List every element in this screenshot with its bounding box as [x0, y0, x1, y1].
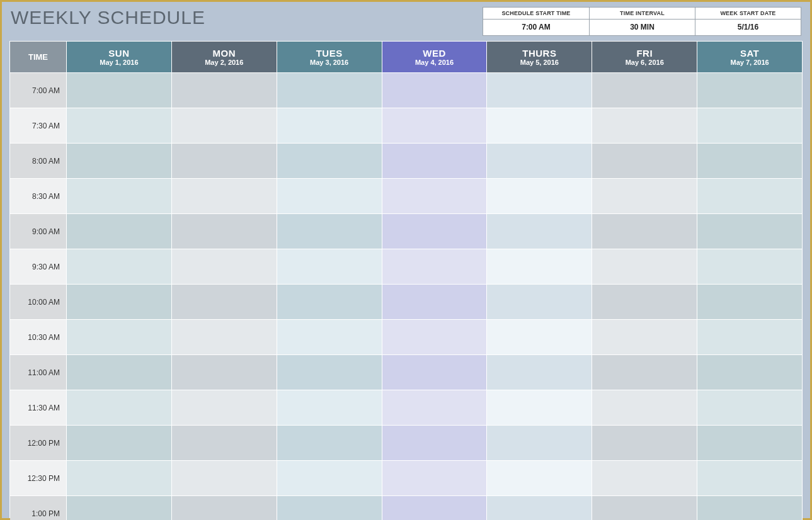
schedule-cell[interactable] [487, 496, 592, 520]
schedule-cell[interactable] [592, 390, 697, 426]
schedule-cell[interactable] [382, 496, 488, 520]
schedule-cell[interactable] [67, 496, 172, 520]
schedule-cell[interactable] [592, 355, 697, 390]
schedule-cell[interactable] [67, 108, 172, 144]
schedule-cell[interactable] [67, 144, 172, 179]
schedule-cell[interactable] [487, 461, 592, 496]
schedule-cell[interactable] [382, 108, 488, 144]
schedule-cell[interactable] [67, 249, 172, 285]
schedule-cell[interactable] [487, 144, 592, 179]
schedule-cell[interactable] [67, 285, 172, 320]
meta-start-time-value[interactable]: 7:00 AM [483, 20, 589, 35]
schedule-cell[interactable] [172, 390, 277, 426]
schedule-cell[interactable] [487, 214, 592, 249]
schedule-cell[interactable] [277, 496, 382, 520]
schedule-cell[interactable] [697, 355, 803, 390]
schedule-cell[interactable] [67, 320, 172, 355]
schedule-cell[interactable] [67, 73, 172, 108]
schedule-cell[interactable] [487, 355, 592, 390]
schedule-cell[interactable] [382, 249, 488, 285]
schedule-cell[interactable] [67, 214, 172, 249]
schedule-cell[interactable] [277, 144, 382, 179]
schedule-cell[interactable] [277, 108, 382, 144]
schedule-cell[interactable] [277, 390, 382, 426]
schedule-cell[interactable] [382, 214, 488, 249]
schedule-cell[interactable] [592, 108, 697, 144]
schedule-cell[interactable] [277, 73, 382, 108]
schedule-cell[interactable] [172, 214, 277, 249]
schedule-cell[interactable] [382, 179, 488, 214]
schedule-cell[interactable] [697, 108, 803, 144]
schedule-cell[interactable] [172, 108, 277, 144]
day-name: WED [423, 48, 446, 59]
schedule-cell[interactable] [697, 249, 803, 285]
schedule-cell[interactable] [697, 73, 803, 108]
schedule-cell[interactable] [67, 179, 172, 214]
schedule-cell[interactable] [487, 179, 592, 214]
schedule-cell[interactable] [172, 73, 277, 108]
schedule-cell[interactable] [277, 179, 382, 214]
schedule-cell[interactable] [487, 73, 592, 108]
schedule-cell[interactable] [697, 285, 803, 320]
title-bar: WEEKLY SCHEDULE SCHEDULE START TIME 7:00… [2, 2, 810, 37]
meta-week-start-value[interactable]: 5/1/16 [695, 20, 801, 35]
schedule-cell[interactable] [697, 390, 803, 426]
schedule-cell[interactable] [382, 285, 488, 320]
schedule-cell[interactable] [172, 461, 277, 496]
schedule-cell[interactable] [172, 496, 277, 520]
schedule-cell[interactable] [592, 285, 697, 320]
time-row: 10:00 AM [10, 285, 803, 320]
schedule-cell[interactable] [697, 214, 803, 249]
schedule-cell[interactable] [67, 426, 172, 461]
schedule-cell[interactable] [592, 426, 697, 461]
schedule-cell[interactable] [382, 73, 488, 108]
meta-interval-value[interactable]: 30 MIN [590, 20, 695, 35]
schedule-cell[interactable] [697, 496, 803, 520]
schedule-cell[interactable] [67, 461, 172, 496]
schedule-cell[interactable] [382, 355, 488, 390]
schedule-cell[interactable] [697, 144, 803, 179]
schedule-cell[interactable] [67, 355, 172, 390]
schedule-cell[interactable] [382, 320, 488, 355]
schedule-cell[interactable] [277, 461, 382, 496]
schedule-cell[interactable] [382, 144, 488, 179]
schedule-cell[interactable] [277, 320, 382, 355]
schedule-cell[interactable] [67, 390, 172, 426]
time-label: 12:30 PM [10, 461, 67, 496]
schedule-cell[interactable] [277, 214, 382, 249]
schedule-cell[interactable] [697, 426, 803, 461]
schedule-cell[interactable] [382, 461, 488, 496]
schedule-cell[interactable] [592, 214, 697, 249]
schedule-cell[interactable] [172, 355, 277, 390]
schedule-cell[interactable] [172, 320, 277, 355]
schedule-cell[interactable] [487, 426, 592, 461]
schedule-cell[interactable] [487, 108, 592, 144]
schedule-cell[interactable] [592, 73, 697, 108]
schedule-cell[interactable] [697, 461, 803, 496]
schedule-cell[interactable] [487, 285, 592, 320]
schedule-cell[interactable] [382, 390, 488, 426]
day-name: FRI [636, 48, 653, 59]
schedule-cell[interactable] [697, 320, 803, 355]
schedule-cell[interactable] [592, 461, 697, 496]
schedule-cell[interactable] [487, 320, 592, 355]
schedule-cell[interactable] [592, 179, 697, 214]
schedule-cell[interactable] [172, 426, 277, 461]
schedule-cell[interactable] [592, 249, 697, 285]
schedule-cell[interactable] [172, 144, 277, 179]
time-row: 1:00 PM [10, 496, 803, 520]
schedule-cell[interactable] [592, 320, 697, 355]
schedule-cell[interactable] [382, 426, 488, 461]
schedule-cell[interactable] [592, 496, 697, 520]
schedule-cell[interactable] [172, 179, 277, 214]
schedule-cell[interactable] [277, 426, 382, 461]
schedule-cell[interactable] [592, 144, 697, 179]
schedule-cell[interactable] [277, 355, 382, 390]
schedule-cell[interactable] [487, 249, 592, 285]
schedule-cell[interactable] [172, 249, 277, 285]
schedule-cell[interactable] [277, 249, 382, 285]
schedule-cell[interactable] [277, 285, 382, 320]
schedule-cell[interactable] [697, 179, 803, 214]
schedule-cell[interactable] [487, 390, 592, 426]
schedule-cell[interactable] [172, 285, 277, 320]
